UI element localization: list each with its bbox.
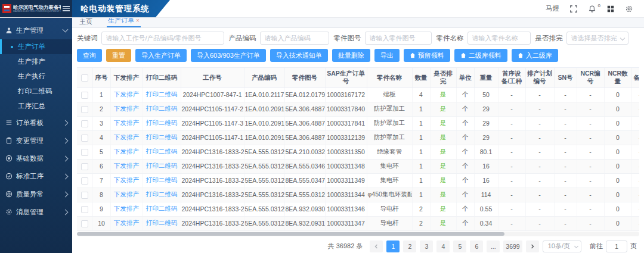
horizontal-scrollbar[interactable] [77, 232, 639, 236]
user-name[interactable]: 马煜 [546, 4, 559, 13]
sidebar-group-standard-process[interactable]: 标准工序 [0, 167, 72, 185]
row-checkbox[interactable] [81, 220, 88, 227]
page-button[interactable]: 5 [453, 240, 466, 252]
dispatch-link[interactable]: 下发排产 [114, 219, 139, 226]
search-button[interactable]: 查询 [77, 49, 102, 62]
dispatch-link[interactable]: 下发排产 [114, 133, 139, 140]
import-tech-notice-button[interactable]: 导入技术通知单 [270, 49, 328, 62]
cell-work_no: 2024HPC1316-1833-2 [181, 159, 244, 173]
page-button[interactable]: 1 [386, 240, 400, 252]
notification-count: 0 [598, 3, 600, 8]
grid-apps-icon[interactable] [606, 4, 615, 13]
secondary-store-in-button[interactable]: 入二级库 [512, 49, 558, 62]
sidebar-group-production[interactable]: 生产管理 [0, 21, 72, 39]
sidebar-item-production-execution[interactable]: 生产执行 [0, 69, 72, 84]
sidebar-group-label: 消息管理 [16, 208, 60, 217]
page-button[interactable]: 3699 [503, 240, 522, 252]
sidebar-group-quality-exception[interactable]: 质量异常 [0, 185, 72, 203]
filter-bar: 关键词 产品编码 零件图号 零件名称 [77, 32, 639, 45]
row-checkbox[interactable] [81, 177, 88, 185]
reserve-pick-button[interactable]: 预留领料 [404, 49, 450, 62]
cell-qty: 2 [412, 202, 430, 216]
row-checkbox[interactable] [81, 106, 88, 113]
cell-first_device: - [498, 130, 525, 145]
dispatch-link[interactable]: 下发排产 [114, 148, 139, 155]
tab-home[interactable]: 主页 [78, 17, 94, 27]
dispatch-link[interactable]: 下发排产 [114, 90, 139, 98]
page-size-select[interactable]: 10条/页 [543, 240, 581, 252]
sidebar-item-process-summary[interactable]: 工序汇总 [0, 99, 72, 114]
secondary-store-pick-button[interactable]: 二级库领料 [454, 49, 507, 62]
sidebar-group-message-management[interactable]: 消息管理 [0, 203, 72, 221]
row-checkbox[interactable] [81, 135, 88, 142]
row-checkbox[interactable] [81, 206, 88, 213]
scheduled-status: 是 [440, 190, 447, 198]
print-qrcode-link[interactable]: 打印二维码 [146, 176, 178, 183]
row-checkbox[interactable] [81, 149, 88, 156]
sidebar-group-base-data[interactable]: 基础数据 [0, 149, 72, 167]
print-qrcode-link[interactable]: 打印二维码 [146, 219, 178, 226]
sidebar-group-order-board[interactable]: 订单看板 [0, 114, 72, 132]
print-qrcode-link[interactable]: 打印二维码 [146, 205, 178, 212]
more-pages-button[interactable]: ... [487, 240, 500, 252]
page-button[interactable]: 3 [420, 240, 433, 252]
next-page-button[interactable] [526, 240, 539, 252]
import-order-button[interactable]: 导入生产订单 [135, 49, 187, 62]
cell-seq: 9 [92, 202, 110, 216]
dispatch-link[interactable]: 下发排产 [114, 176, 139, 183]
product-code-input[interactable] [260, 32, 329, 45]
column-header: 备注 [631, 68, 639, 88]
app-title: 哈电动装管理系统 [72, 0, 170, 17]
scrollbar-thumb[interactable] [77, 232, 504, 236]
sidebar-item-production-order[interactable]: 生产订单 [0, 39, 72, 54]
dispatch-link[interactable]: 下发排产 [114, 205, 139, 212]
close-icon[interactable]: × [136, 18, 140, 24]
import-603-button[interactable]: 导入603/903生产订单 [191, 49, 266, 62]
print-qrcode-link[interactable]: 打印二维码 [146, 90, 178, 98]
cell-product_code: 5EA.555.0312 [244, 216, 284, 230]
gear-icon[interactable] [624, 4, 633, 13]
bell-icon[interactable]: 0 [587, 4, 596, 13]
part-no-input[interactable] [365, 32, 432, 45]
print-qrcode-link[interactable]: 打印二维码 [146, 162, 178, 169]
row-checkbox[interactable] [81, 92, 88, 99]
print-qrcode-link[interactable]: 打印二维码 [146, 190, 178, 198]
sidebar-item-print-qrcode[interactable]: 打印二维码 [0, 84, 72, 99]
page-button[interactable]: 6 [470, 240, 483, 252]
table-row: 1下发排产打印二维码2024HPC1007-847-11EA.010.21175… [77, 88, 639, 102]
dispatch-link[interactable]: 下发排产 [114, 119, 139, 126]
cell-ncr_no: - [577, 130, 604, 145]
cell-unit: 个 [456, 145, 474, 159]
cell-part_name: 端板 [367, 88, 412, 102]
dispatch-link[interactable]: 下发排产 [114, 162, 139, 169]
row-checkbox[interactable] [81, 163, 88, 170]
print-qrcode-link[interactable]: 打印二维码 [146, 133, 178, 140]
active-dot [11, 46, 13, 48]
cell-part_name: 防护罩加工 [367, 116, 412, 130]
prev-page-button[interactable] [370, 240, 383, 252]
column-header: 数量 [412, 68, 430, 88]
reset-button[interactable]: 重置 [106, 49, 131, 62]
export-button[interactable]: 导出 [374, 49, 400, 62]
part-name-input[interactable] [467, 32, 531, 45]
select-all-checkbox[interactable] [81, 74, 88, 82]
keyword-input[interactable] [101, 32, 224, 45]
dispatch-link[interactable]: 下发排产 [114, 105, 139, 112]
print-qrcode-link[interactable]: 打印二维码 [146, 148, 178, 155]
sidebar-item-production-scheduling[interactable]: 生产排产 [0, 54, 72, 69]
sidebar-group-change-management[interactable]: 变更管理 [0, 132, 72, 149]
sidebar-collapse-icon[interactable] [63, 6, 70, 11]
row-checkbox[interactable] [81, 120, 88, 127]
fullscreen-icon[interactable] [569, 4, 578, 13]
cell-part_name: 防护罩加工 [367, 130, 412, 145]
row-checkbox[interactable] [81, 192, 88, 199]
goto-page-input[interactable] [606, 240, 627, 252]
cell-ncr_no: - [577, 159, 604, 173]
print-qrcode-link[interactable]: 打印二维码 [146, 105, 178, 112]
dispatch-link[interactable]: 下发排产 [114, 190, 139, 198]
page-button[interactable]: 4 [436, 240, 450, 252]
page-button[interactable]: 2 [403, 240, 416, 252]
scheduled-select[interactable]: 请选择是否排完 [566, 32, 628, 45]
batch-delete-button[interactable]: 批量删除 [332, 49, 370, 62]
print-qrcode-link[interactable]: 打印二维码 [146, 119, 178, 126]
